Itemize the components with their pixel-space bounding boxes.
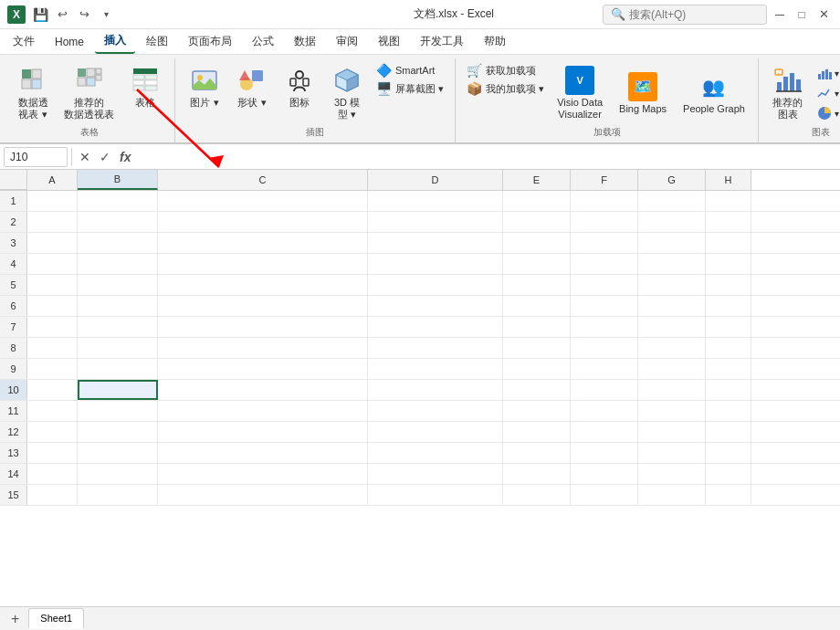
- cell-E7[interactable]: [503, 317, 571, 337]
- row-num-15[interactable]: 15: [0, 485, 27, 505]
- cell-B12[interactable]: [78, 422, 158, 442]
- pie-chart-button[interactable]: ▾: [814, 104, 840, 122]
- cell-D2[interactable]: [368, 212, 503, 232]
- cell-D7[interactable]: [368, 317, 503, 337]
- menu-help[interactable]: 帮助: [475, 30, 515, 53]
- 3d-model-button[interactable]: 3D 模型 ▾: [325, 62, 369, 124]
- cell-D12[interactable]: [368, 422, 503, 442]
- cell-A10[interactable]: [27, 380, 78, 400]
- screenshot-button[interactable]: 🖥️ 屏幕截图 ▾: [373, 80, 447, 97]
- col-header-g[interactable]: G: [638, 170, 706, 190]
- cell-E1[interactable]: [503, 191, 571, 211]
- cell-C3[interactable]: [158, 233, 368, 253]
- cell-G10[interactable]: [638, 380, 706, 400]
- cell-C7[interactable]: [158, 317, 368, 337]
- col-header-h[interactable]: H: [706, 170, 751, 190]
- save-button[interactable]: 💾: [31, 5, 49, 24]
- cell-H12[interactable]: [706, 422, 751, 442]
- people-graph-button[interactable]: 👥 People Graph: [677, 68, 751, 119]
- row-num-8[interactable]: 8: [0, 338, 27, 358]
- cell-B4[interactable]: [78, 254, 158, 274]
- cell-D6[interactable]: [368, 296, 503, 316]
- menu-review[interactable]: 审阅: [327, 30, 367, 53]
- cell-G13[interactable]: [638, 443, 706, 463]
- cell-F8[interactable]: [571, 338, 638, 358]
- cell-C11[interactable]: [158, 401, 368, 421]
- cell-D1[interactable]: [368, 191, 503, 211]
- cell-G15[interactable]: [638, 485, 706, 505]
- cell-A14[interactable]: [27, 464, 78, 484]
- cell-D15[interactable]: [368, 485, 503, 505]
- sheet-tab-sheet1[interactable]: Sheet1: [28, 608, 84, 629]
- cell-H4[interactable]: [706, 254, 751, 274]
- menu-data[interactable]: 数据: [285, 30, 325, 53]
- redo-button[interactable]: ↪: [75, 5, 93, 24]
- cell-B9[interactable]: [78, 359, 158, 379]
- cell-F13[interactable]: [571, 443, 638, 463]
- cell-F2[interactable]: [571, 212, 638, 232]
- customize-qa-button[interactable]: ▾: [97, 5, 115, 24]
- cell-F15[interactable]: [571, 485, 638, 505]
- pivot-table-button[interactable]: 数据透视表 ▾: [11, 62, 55, 124]
- cell-B8[interactable]: [78, 338, 158, 358]
- line-chart-button[interactable]: ▾: [814, 84, 840, 102]
- cell-E8[interactable]: [503, 338, 571, 358]
- menu-draw[interactable]: 绘图: [137, 30, 177, 53]
- cell-G7[interactable]: [638, 317, 706, 337]
- cell-G9[interactable]: [638, 359, 706, 379]
- cell-H10[interactable]: [706, 380, 751, 400]
- row-num-11[interactable]: 11: [0, 401, 27, 421]
- col-header-c[interactable]: C: [158, 170, 368, 190]
- cell-F7[interactable]: [571, 317, 638, 337]
- cell-G14[interactable]: [638, 464, 706, 484]
- visio-data-visualizer-button[interactable]: V Visio DataVisualizer: [551, 62, 608, 124]
- cell-C1[interactable]: [158, 191, 368, 211]
- cell-H9[interactable]: [706, 359, 751, 379]
- menu-developer[interactable]: 开发工具: [411, 30, 473, 53]
- row-num-9[interactable]: 9: [0, 359, 27, 379]
- table-button[interactable]: 表格: [123, 62, 167, 112]
- cell-A12[interactable]: [27, 422, 78, 442]
- cell-H6[interactable]: [706, 296, 751, 316]
- cell-D9[interactable]: [368, 359, 503, 379]
- row-num-7[interactable]: 7: [0, 317, 27, 337]
- row-num-6[interactable]: 6: [0, 296, 27, 316]
- row-num-5[interactable]: 5: [0, 275, 27, 295]
- cell-D14[interactable]: [368, 464, 503, 484]
- cancel-icon[interactable]: ✕: [76, 148, 94, 166]
- cell-E15[interactable]: [503, 485, 571, 505]
- cell-E12[interactable]: [503, 422, 571, 442]
- menu-home[interactable]: Home: [46, 32, 93, 52]
- cell-C8[interactable]: [158, 338, 368, 358]
- cell-D8[interactable]: [368, 338, 503, 358]
- cell-B1[interactable]: [78, 191, 158, 211]
- formula-input[interactable]: [138, 147, 836, 167]
- shapes-button[interactable]: 形状 ▾: [230, 62, 274, 112]
- menu-page-layout[interactable]: 页面布局: [179, 30, 241, 53]
- cell-D13[interactable]: [368, 443, 503, 463]
- minimize-button[interactable]: ─: [771, 5, 789, 24]
- cell-A13[interactable]: [27, 443, 78, 463]
- col-header-d[interactable]: D: [368, 170, 503, 190]
- cell-A5[interactable]: [27, 275, 78, 295]
- cell-D10[interactable]: [368, 380, 503, 400]
- cell-E6[interactable]: [503, 296, 571, 316]
- cell-A4[interactable]: [27, 254, 78, 274]
- row-num-14[interactable]: 14: [0, 464, 27, 484]
- cell-A2[interactable]: [27, 212, 78, 232]
- menu-view[interactable]: 视图: [369, 30, 409, 53]
- row-num-1[interactable]: 1: [0, 191, 27, 211]
- cell-H7[interactable]: [706, 317, 751, 337]
- cell-E3[interactable]: [503, 233, 571, 253]
- maximize-button[interactable]: □: [793, 5, 811, 24]
- cell-D4[interactable]: [368, 254, 503, 274]
- col-header-f[interactable]: F: [571, 170, 638, 190]
- cell-G11[interactable]: [638, 401, 706, 421]
- cell-E2[interactable]: [503, 212, 571, 232]
- cell-D3[interactable]: [368, 233, 503, 253]
- col-header-e[interactable]: E: [503, 170, 571, 190]
- cell-F4[interactable]: [571, 254, 638, 274]
- row-num-2[interactable]: 2: [0, 212, 27, 232]
- row-num-4[interactable]: 4: [0, 254, 27, 274]
- cell-A11[interactable]: [27, 401, 78, 421]
